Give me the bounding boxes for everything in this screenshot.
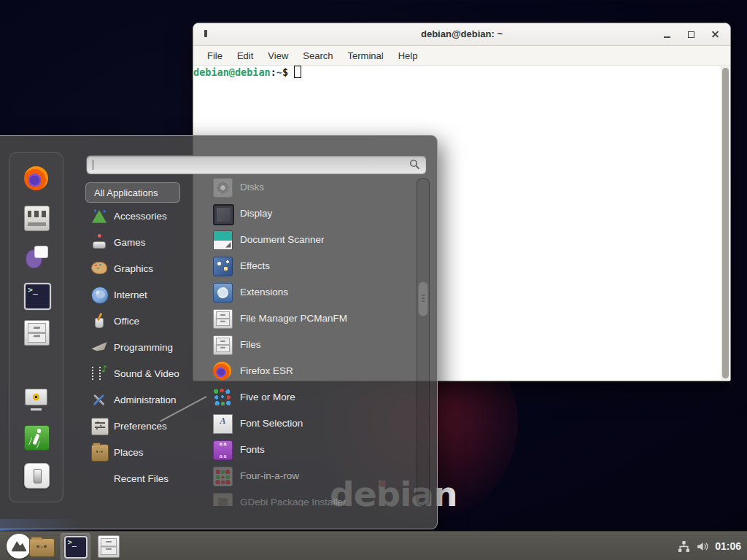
app-icon-box [213,257,231,275]
category-recent-files[interactable]: Recent Files [82,465,202,491]
app-icon-box [213,388,231,406]
terminal-menu-search[interactable]: Search [295,50,340,61]
files-launcher[interactable] [98,535,118,556]
firefox-icon [213,362,231,380]
window-title: debian@debian: ~ [193,28,730,39]
maximize-button[interactable] [686,29,697,40]
app-icon-box [213,493,231,507]
category-icon-box [91,365,107,381]
terminal-scrollbar[interactable] [721,66,729,380]
app-extensions[interactable]: Extensions [206,279,415,305]
network-icon[interactable] [678,540,690,553]
sound-video-icon [91,365,107,381]
terminal-menu-terminal[interactable]: Terminal [341,50,391,61]
lock-screen-icon [24,388,48,412]
category-office[interactable]: Office [82,308,202,334]
category-label: Preferences [114,421,167,432]
favorite-pidgin-button[interactable] [24,245,48,269]
category-icon-box [91,418,107,434]
app-gdebi-package-installer[interactable]: GDebi Package Installer [206,489,415,506]
log-out-icon [24,425,50,451]
document-scanner-icon [213,230,233,250]
favorite-settings-panel-button[interactable] [24,206,48,230]
app-five-or-more[interactable]: Five or More [206,384,415,410]
category-preferences[interactable]: Preferences [82,413,202,439]
favorite-file-cabinet-button[interactable] [24,320,48,344]
app-icon-box [213,204,231,222]
app-label: Extensions [240,287,288,298]
close-button[interactable] [710,29,721,40]
category-label: Recent Files [114,473,169,484]
app-label: Display [240,208,272,219]
application-menu: All Applications AccessoriesGamesGraphic… [0,135,438,529]
menu-button[interactable] [7,534,31,559]
menu-scrollbar-thumb[interactable] [418,281,428,316]
category-icon-box [91,208,107,224]
terminal-taskbar-icon-box[interactable] [64,536,85,556]
category-places[interactable]: Places [82,439,202,465]
all-applications-button[interactable]: All Applications [85,182,180,203]
session-log-out-button[interactable] [24,425,48,449]
terminal-menu-file[interactable]: File [200,50,230,61]
category-list: AccessoriesGamesGraphicsInternetOfficePr… [82,203,202,491]
minimize-button[interactable] [662,29,673,40]
terminal-titlebar[interactable]: debian@debian: ~ [193,23,730,46]
category-graphics[interactable]: Graphics [82,255,202,281]
shell-prompt: debian@debian:~$ [193,66,730,78]
session-power-button[interactable] [24,463,48,487]
terminal-menu-view[interactable]: View [260,50,295,61]
terminal-scrollbar-thumb[interactable] [722,68,729,378]
folder-icon [91,444,109,462]
prompt-path: ~ [276,66,282,78]
volume-icon[interactable] [696,540,709,553]
folder-icon [29,538,55,557]
category-accessories[interactable]: Accessories [82,203,202,229]
app-effects[interactable]: Effects [206,252,415,279]
extensions-icon [213,283,233,303]
app-label: Effects [240,260,270,271]
app-icon-box [213,362,231,380]
internet-icon [91,287,109,304]
effects-icon [213,257,233,276]
menu-scrollbar[interactable] [417,178,430,506]
app-label: Document Scanner [240,234,325,245]
menu-logo-icon [7,534,31,559]
search-input[interactable] [93,158,406,172]
session-lock-screen-button[interactable] [24,388,48,412]
category-programming[interactable]: Programming [82,334,202,360]
category-sound-video[interactable]: Sound & Video [82,360,202,386]
terminal-menu-edit[interactable]: Edit [230,50,260,61]
category-label: Places [114,447,144,458]
category-games[interactable]: Games [82,229,202,255]
app-fonts[interactable]: Fonts [206,436,415,462]
app-document-scanner[interactable]: Document Scanner [206,226,415,252]
app-four-in-a-row[interactable]: Four-in-a-row [206,462,415,489]
accessories-icon [91,208,107,224]
fonts-icon [213,440,233,460]
application-list: DisksDisplayDocument ScannerEffectsExten… [206,174,415,506]
app-label: Firefox ESR [240,365,293,376]
app-files[interactable]: Files [206,331,415,357]
gdebi-icon [213,493,233,507]
file-manager-launcher[interactable] [29,538,53,556]
app-icon-box [213,440,231,459]
favorite-firefox-button[interactable] [24,166,48,190]
app-label: Five or More [240,392,295,402]
favorite-terminal-button[interactable] [24,283,48,307]
category-icon-box [91,392,107,408]
app-firefox-esr[interactable]: Firefox ESR [206,357,415,384]
app-disks[interactable]: Disks [206,174,415,200]
category-icon-box [91,339,107,355]
app-label: Font Selection [240,418,303,429]
category-internet[interactable]: Internet [82,281,202,308]
app-font-selection[interactable]: Font Selection [206,410,415,436]
menu-search-box[interactable] [86,155,427,174]
file-cabinet-icon [213,335,233,355]
file-cabinet-icon [98,535,120,558]
app-display[interactable]: Display [206,200,415,226]
category-icon-spacer [91,470,107,486]
terminal-menu-help[interactable]: Help [391,50,425,61]
clock[interactable]: 01:06 [715,540,741,552]
app-icon-box [213,178,231,196]
app-file-manager-pcmanfm[interactable]: File Manager PCManFM [206,305,415,331]
